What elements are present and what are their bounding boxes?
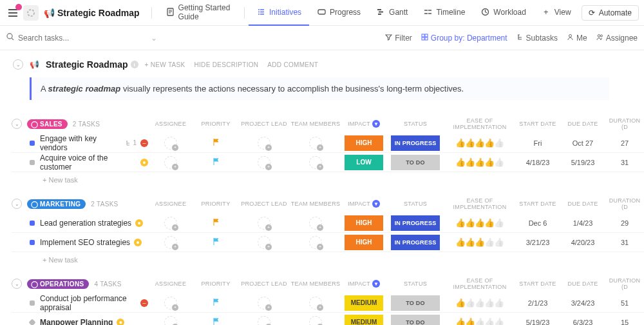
task-name[interactable]: Conduct job performance appraisal – [40,294,148,312]
priority-cell[interactable] [193,233,238,251]
task-name[interactable]: Acquire voice of the customer ● [40,153,148,172]
add-assignee-icon[interactable] [164,236,177,249]
due-date-cell[interactable]: 4/20/23 [560,239,605,246]
members-cell[interactable] [290,233,341,251]
ease-cell[interactable]: 👍👍👍👍👍 [444,158,515,167]
start-date-cell[interactable]: Dec 6 [515,219,560,227]
status-cell[interactable]: IN PROGRESS [386,135,444,151]
due-date-cell[interactable]: 6/3/23 [560,319,605,326]
priority-cell[interactable] [193,134,238,152]
priority-dot-icon[interactable]: ● [135,219,143,227]
assignee-cell[interactable] [148,233,193,251]
add-member-icon[interactable] [309,156,322,169]
col-ease[interactable]: EASE OF IMPLEMENTATION [444,117,515,130]
group-pill[interactable]: ◯ SALES [27,119,68,129]
col-priority[interactable]: PRIORITY [193,197,238,210]
lead-cell[interactable] [238,233,290,251]
ease-cell[interactable]: 👍👍👍👍👍 [444,238,515,247]
add-assignee-icon[interactable] [164,316,177,326]
lead-cell[interactable] [238,313,290,326]
members-cell[interactable] [290,153,341,172]
collapse-all-icon[interactable]: ⌄ [13,59,23,70]
col-members[interactable]: TEAM MEMBERS [290,117,341,130]
filter-subtasks[interactable]: Subtasks [516,34,558,43]
col-date[interactable]: START DATE [515,277,560,290]
group-collapse-icon[interactable]: ⌄ [12,119,22,129]
members-cell[interactable] [290,214,341,232]
duration-cell[interactable]: 51 [605,299,644,307]
assignee-cell[interactable] [148,294,193,312]
impact-cell[interactable]: LOW [341,155,386,170]
group-collapse-icon[interactable]: ⌄ [12,199,22,209]
task-row[interactable]: Engage with key vendors 1 – HIGH IN PROG… [12,133,644,153]
lead-cell[interactable] [238,214,290,232]
assignee-cell[interactable] [148,134,193,152]
col-status[interactable]: STATUS [386,117,444,130]
header-action-hide-description[interactable]: HIDE DESCRIPTION [194,61,259,68]
col-members[interactable]: TEAM MEMBERS [290,277,341,290]
automate-button[interactable]: ⟳ Automate [582,5,639,21]
col-lead[interactable]: PROJECT LEAD [238,277,290,290]
filter-me[interactable]: Me [567,34,587,43]
info-icon[interactable]: i [131,61,138,68]
tab-getting-started-guide[interactable]: Getting Started Guide [158,0,241,26]
priority-cell[interactable] [193,214,238,232]
start-date-cell[interactable]: 2/1/23 [515,299,560,307]
col-dur[interactable]: DURATION (D [605,117,644,130]
col-lead[interactable]: PROJECT LEAD [238,117,290,130]
col-date[interactable]: START DATE [515,197,560,210]
priority-cell[interactable] [193,294,238,312]
task-row[interactable]: Acquire voice of the customer ● LOW TO D… [12,153,644,172]
col-due[interactable]: DUE DATE [560,197,605,210]
ease-cell[interactable]: 👍👍👍👍👍 [444,299,515,308]
task-name[interactable]: Implement SEO strategies ● [40,238,142,247]
search-input[interactable] [18,34,147,43]
add-member-icon[interactable] [309,236,322,249]
group-collapse-icon[interactable]: ⌄ [12,279,22,289]
hamburger-icon[interactable] [5,5,21,21]
members-cell[interactable] [290,294,341,312]
assignee-cell[interactable] [148,153,193,172]
impact-cell[interactable]: HIGH [341,215,386,231]
priority-cell[interactable] [193,313,238,326]
start-date-cell[interactable]: 3/21/23 [515,239,560,246]
header-action-add-comment[interactable]: ADD COMMENT [267,61,318,68]
col-ease[interactable]: EASE OF IMPLEMENTATION [444,197,515,210]
task-row[interactable]: Lead generation strategies ● HIGH IN PRO… [12,213,644,233]
new-task-button[interactable]: + New task [12,172,644,190]
col-date[interactable]: START DATE [515,117,560,130]
subtask-count[interactable]: 1 [125,139,137,146]
filter-assignee[interactable]: Assignee [596,34,638,43]
chevron-down-icon[interactable]: ⌄ [151,34,157,43]
priority-dot-icon[interactable]: ● [134,239,142,246]
filter-groupby[interactable]: Group by: Department [421,34,507,43]
col-impact[interactable]: IMPACT▼ [341,197,386,210]
status-square-icon[interactable] [30,221,35,226]
status-cell[interactable]: TO DO [386,155,444,170]
start-date-cell[interactable]: Fri [515,139,560,147]
task-row[interactable]: Conduct job performance appraisal – MEDI… [12,293,644,313]
col-due[interactable]: DUE DATE [560,277,605,290]
col-ease[interactable]: EASE OF IMPLEMENTATION [444,277,515,290]
impact-cell[interactable]: HIGH [341,235,386,250]
tab-gantt[interactable]: Gantt [368,0,415,26]
tab-timeline[interactable]: Timeline [415,0,473,26]
priority-dot-icon[interactable]: – [140,139,148,147]
status-square-icon[interactable] [30,240,35,245]
search-box[interactable]: ⌄ [6,33,379,43]
new-task-button[interactable]: + New task [12,252,644,270]
status-cell[interactable]: IN PROGRESS [386,215,444,231]
impact-cell[interactable]: MEDIUM [341,315,386,326]
assignee-cell[interactable] [148,214,193,232]
header-action--new-task[interactable]: + NEW TASK [145,61,185,68]
ease-cell[interactable]: 👍👍👍👍👍 [444,139,515,148]
priority-dot-icon[interactable]: ● [117,319,124,326]
col-lead[interactable]: PROJECT LEAD [238,197,290,210]
task-name[interactable]: Manpower Planning ● [40,318,124,326]
task-row[interactable]: Manpower Planning ● MEDIUM TO DO 👍👍👍👍👍 5… [12,313,644,325]
filter-filter[interactable]: Filter [385,34,412,43]
sort-indicator-icon[interactable]: ▼ [372,280,380,288]
status-cell[interactable]: IN PROGRESS [386,235,444,250]
col-assignee[interactable]: ASSIGNEE [148,197,193,210]
col-due[interactable]: DUE DATE [560,117,605,130]
